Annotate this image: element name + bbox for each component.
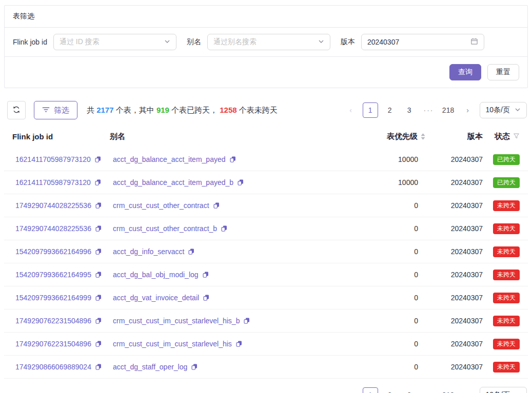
page-button-218[interactable]: 218: [441, 102, 456, 118]
page-size-select[interactable]: 10条/页: [480, 387, 527, 393]
next-page-button[interactable]: ›: [460, 387, 476, 393]
copy-icon[interactable]: [243, 317, 250, 324]
copy-icon[interactable]: [229, 156, 237, 163]
alias-field: 别名 通过别名搜索: [187, 34, 330, 50]
alias-cell: acct_dg_balance_acct_item_payed_b: [110, 178, 359, 187]
chevron-down-icon: [318, 38, 324, 46]
copy-icon[interactable]: [203, 294, 210, 301]
flink-job-id-link[interactable]: 1749290762231504896: [15, 317, 91, 325]
copy-icon[interactable]: [202, 271, 209, 278]
alias-cell: acct_dg_balance_acct_item_payed: [110, 155, 359, 163]
alias-link[interactable]: acct_dg_vat_invoice_detail: [113, 294, 199, 302]
flink-job-id-link[interactable]: 1542097993662164999: [15, 294, 91, 302]
page-size-select[interactable]: 10条/页: [480, 102, 527, 118]
copy-icon[interactable]: [221, 225, 228, 232]
flink-job-id-link[interactable]: 1621411705987973120: [15, 178, 91, 187]
page-button-3[interactable]: 3: [402, 102, 417, 118]
alias-cell: crm_cust_cust_im_cust_starlevel_his: [110, 340, 359, 348]
copy-icon[interactable]: [95, 340, 102, 347]
table-row: 1542097993662164999 acct_dg_vat_invoice_…: [4, 286, 528, 309]
table-header-row: Flink job id 别名 表优先级 版本 状态: [4, 125, 528, 148]
flink-job-id-cell: 1542097993662164995: [12, 271, 110, 279]
table-row: 1749290762231504896 crm_cust_cust_im_cus…: [4, 333, 528, 356]
priority-cell: 0: [359, 340, 425, 348]
copy-icon[interactable]: [94, 156, 102, 163]
alias-link[interactable]: crm_cust_cust_other_contract_b: [113, 224, 217, 233]
stat-uncrossed-count: 1258: [220, 106, 237, 114]
priority-cell: 0: [359, 201, 425, 210]
copy-icon[interactable]: [188, 248, 195, 255]
copy-icon[interactable]: [95, 225, 102, 232]
version-cell: 20240307: [425, 294, 483, 302]
table-row: 1542097993662164996 acct_dg_info_servacc…: [4, 240, 528, 263]
copy-icon[interactable]: [95, 202, 102, 209]
page-ellipsis[interactable]: ···: [421, 102, 437, 118]
alias-select[interactable]: 通过别名搜索: [207, 34, 330, 50]
flink-job-id-link[interactable]: 1749290744028225536: [15, 224, 91, 233]
funnel-filter-icon[interactable]: [513, 132, 520, 141]
page-button-3[interactable]: 3: [402, 387, 417, 393]
prev-page-button[interactable]: ‹: [343, 387, 359, 393]
alias-link[interactable]: acct_dg_info_servacct: [113, 247, 184, 256]
version-field: 版本 20240307: [341, 34, 484, 50]
next-page-button[interactable]: ›: [460, 102, 476, 118]
status-badge: 已跨天: [493, 177, 520, 188]
copy-icon[interactable]: [191, 363, 198, 370]
copy-icon[interactable]: [237, 179, 244, 186]
flink-job-id-link[interactable]: 1542097993662164995: [15, 271, 91, 279]
flink-job-id-link[interactable]: 1542097993662164996: [15, 247, 91, 256]
alias-cell: crm_cust_cust_other_contract_b: [110, 224, 359, 233]
table-stats: 共 2177 个表，其中 919 个表已跨天， 1258 个表未跨天: [87, 106, 278, 115]
query-button[interactable]: 查询: [449, 64, 481, 80]
copy-icon[interactable]: [95, 317, 102, 324]
alias-cell: crm_cust_cust_other_contract: [110, 201, 359, 210]
page-button-1[interactable]: 1: [363, 387, 378, 393]
version-cell: 20240307: [425, 340, 483, 348]
page-button-218[interactable]: 218: [441, 387, 456, 393]
table-row: 1749290762231504896 crm_cust_cust_im_cus…: [4, 309, 528, 333]
copy-icon[interactable]: [95, 294, 102, 301]
flink-job-id-link[interactable]: 1621411705987973120: [15, 155, 91, 163]
sort-icon[interactable]: [421, 133, 425, 140]
prev-page-button[interactable]: ‹: [343, 102, 359, 118]
column-header-priority[interactable]: 表优先级: [359, 132, 425, 141]
flink-job-id-select[interactable]: 通过 ID 搜索: [53, 34, 176, 50]
alias-link[interactable]: crm_cust_cust_im_cust_starlevel_his_b: [113, 317, 240, 325]
alias-link[interactable]: acct_dg_staff_oper_log: [113, 363, 187, 371]
filter-toggle-button[interactable]: 筛选: [34, 101, 77, 119]
alias-link[interactable]: crm_cust_cust_im_cust_starlevel_his: [113, 340, 232, 348]
copy-icon[interactable]: [95, 363, 102, 370]
status-badge: 未跨天: [493, 339, 520, 349]
column-header-alias: 别名: [110, 132, 359, 141]
flink-job-id-cell: 1749290866069889024: [12, 363, 110, 371]
status-badge: 未跨天: [493, 316, 520, 326]
table-row: 1749290866069889024 acct_dg_staff_oper_l…: [4, 356, 528, 379]
flink-job-id-link[interactable]: 1749290866069889024: [15, 363, 91, 371]
version-date-input[interactable]: 20240307: [361, 34, 484, 50]
status-cell: 已跨天: [483, 154, 520, 165]
column-header-flink-job-id: Flink job id: [12, 132, 110, 141]
flink-job-id-link[interactable]: 1749290762231504896: [15, 340, 91, 348]
page-size-value: 10条/页: [486, 106, 510, 115]
alias-link[interactable]: acct_dg_balance_acct_item_payed_b: [113, 178, 233, 187]
page-ellipsis[interactable]: ···: [421, 387, 437, 393]
page-button-1[interactable]: 1: [363, 102, 378, 118]
alias-link[interactable]: acct_dg_balance_acct_item_payed: [113, 155, 226, 163]
page-button-2[interactable]: 2: [382, 387, 398, 393]
page-button-2[interactable]: 2: [382, 102, 398, 118]
alias-link[interactable]: acct_dg_bal_obj_modi_log: [113, 271, 199, 279]
copy-icon[interactable]: [94, 179, 102, 186]
flink-job-id-link[interactable]: 1749290744028225536: [15, 201, 91, 210]
table-row: 1621411705987973120 acct_dg_balance_acct…: [4, 148, 528, 171]
flink-job-id-placeholder: 通过 ID 搜索: [60, 37, 100, 47]
alias-cell: acct_dg_staff_oper_log: [110, 363, 359, 371]
reset-button[interactable]: 重置: [487, 64, 519, 80]
copy-icon[interactable]: [235, 340, 243, 347]
alias-link[interactable]: crm_cust_cust_other_contract: [113, 201, 209, 210]
copy-icon[interactable]: [95, 248, 102, 255]
status-badge: 未跨天: [493, 200, 520, 211]
refresh-button[interactable]: [7, 101, 26, 119]
copy-icon[interactable]: [95, 271, 102, 278]
status-badge: 未跨天: [493, 293, 520, 303]
copy-icon[interactable]: [213, 202, 220, 209]
